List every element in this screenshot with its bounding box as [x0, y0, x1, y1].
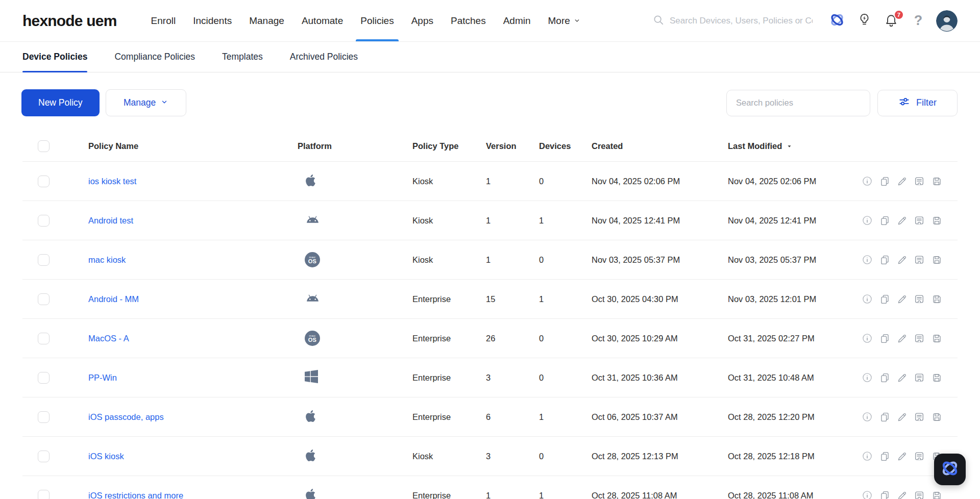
policy-name-link[interactable]: mac kiosk [88, 255, 126, 264]
duplicate-icon[interactable] [879, 333, 890, 344]
new-policy-button[interactable]: New Policy [21, 89, 100, 116]
manage-targets-icon[interactable] [914, 411, 925, 422]
policy-name-link[interactable]: iOS restrictions and more [88, 491, 183, 499]
column-header-policy-name[interactable]: Policy Name [88, 141, 298, 151]
save-icon[interactable] [931, 372, 942, 383]
row-checkbox[interactable] [38, 254, 50, 266]
edit-pencil-icon[interactable] [896, 293, 908, 305]
duplicate-icon[interactable] [879, 411, 890, 422]
platform-cell: macOS [298, 292, 412, 307]
column-header-devices[interactable]: Devices [539, 141, 592, 151]
save-icon[interactable] [931, 411, 942, 422]
row-checkbox[interactable] [38, 176, 50, 187]
top-navigation-bar: hexnode uem Enroll Incidents Manage Auto… [0, 0, 980, 42]
nav-item-admin[interactable]: Admin [495, 0, 540, 41]
tab-compliance-policies[interactable]: Compliance Policies [114, 42, 195, 72]
nav-item-manage[interactable]: Manage [240, 0, 293, 41]
manage-targets-icon[interactable] [914, 372, 925, 383]
duplicate-icon[interactable] [879, 293, 890, 305]
policy-search-box[interactable] [726, 90, 870, 116]
manage-targets-icon[interactable] [914, 293, 925, 305]
manage-dropdown-button[interactable]: Manage [106, 89, 186, 116]
row-checkbox[interactable] [38, 333, 50, 344]
manage-targets-icon[interactable] [914, 215, 925, 226]
notifications-button[interactable]: 7 [882, 12, 900, 30]
row-checkbox[interactable] [38, 215, 50, 227]
global-search-input[interactable] [670, 16, 813, 26]
tips-button[interactable] [855, 12, 873, 30]
info-icon[interactable] [862, 333, 873, 344]
column-header-platform[interactable]: Platform [298, 141, 412, 151]
info-icon[interactable] [862, 176, 873, 187]
nav-item-policies[interactable]: Policies [352, 0, 402, 41]
duplicate-icon[interactable] [879, 176, 890, 187]
policy-name-link[interactable]: MacOS - A [88, 334, 129, 343]
tab-templates[interactable]: Templates [222, 42, 263, 72]
save-icon[interactable] [931, 490, 942, 499]
info-icon[interactable] [862, 411, 873, 422]
edit-pencil-icon[interactable] [896, 333, 908, 344]
hexnode-genie-button[interactable] [828, 12, 846, 30]
edit-pencil-icon[interactable] [896, 372, 908, 383]
manage-targets-icon[interactable] [914, 490, 925, 499]
edit-pencil-icon[interactable] [896, 490, 908, 499]
edit-pencil-icon[interactable] [896, 215, 908, 226]
duplicate-icon[interactable] [879, 372, 890, 383]
row-checkbox[interactable] [38, 372, 50, 384]
save-icon[interactable] [931, 293, 942, 305]
hexnode-genie-chat-launcher[interactable] [934, 454, 966, 485]
manage-targets-icon[interactable] [914, 254, 925, 265]
info-icon[interactable] [862, 451, 873, 462]
duplicate-icon[interactable] [879, 451, 890, 462]
policy-name-link[interactable]: ios kiosk test [88, 177, 136, 186]
nav-item-automate[interactable]: Automate [293, 0, 352, 41]
modified-cell: Nov 04, 2025 02:06 PM [728, 177, 850, 186]
tab-archived-policies[interactable]: Archived Policies [290, 42, 358, 72]
row-checkbox[interactable] [38, 451, 50, 462]
policy-name-link[interactable]: Android test [88, 216, 133, 225]
user-avatar[interactable] [936, 10, 958, 32]
save-icon[interactable] [931, 215, 942, 226]
duplicate-icon[interactable] [879, 254, 890, 265]
save-icon[interactable] [931, 333, 942, 344]
save-icon[interactable] [931, 176, 942, 187]
policy-name-link[interactable]: iOS passcode, apps [88, 412, 164, 421]
manage-targets-icon[interactable] [914, 333, 925, 344]
info-icon[interactable] [862, 254, 873, 265]
global-search[interactable] [653, 14, 819, 28]
column-header-created[interactable]: Created [592, 141, 728, 151]
manage-targets-icon[interactable] [914, 451, 925, 462]
nav-item-enroll[interactable]: Enroll [142, 0, 185, 41]
nav-item-more[interactable]: More [540, 0, 589, 41]
help-button[interactable]: ? [909, 12, 927, 30]
select-all-checkbox[interactable] [38, 140, 50, 152]
edit-pencil-icon[interactable] [896, 411, 908, 422]
edit-pencil-icon[interactable] [896, 451, 908, 462]
nav-item-apps[interactable]: Apps [403, 0, 442, 41]
table-row: iOS restrictions and more macOS Enterpri… [22, 476, 958, 499]
policy-search-input[interactable] [736, 98, 861, 108]
row-checkbox[interactable] [38, 490, 50, 499]
duplicate-icon[interactable] [879, 215, 890, 226]
nav-item-patches[interactable]: Patches [442, 0, 495, 41]
row-checkbox[interactable] [38, 411, 50, 423]
column-header-last-modified[interactable]: Last Modified [728, 141, 850, 151]
edit-pencil-icon[interactable] [896, 176, 908, 187]
duplicate-icon[interactable] [879, 490, 890, 499]
manage-targets-icon[interactable] [914, 176, 925, 187]
policy-name-link[interactable]: Android - MM [88, 294, 139, 304]
nav-item-incidents[interactable]: Incidents [184, 0, 240, 41]
policy-name-link[interactable]: iOS kiosk [88, 452, 124, 461]
edit-pencil-icon[interactable] [896, 254, 908, 265]
info-icon[interactable] [862, 372, 873, 383]
column-header-policy-type[interactable]: Policy Type [412, 141, 486, 151]
info-icon[interactable] [862, 293, 873, 305]
row-checkbox[interactable] [38, 293, 50, 305]
policy-name-link[interactable]: PP-Win [88, 373, 117, 382]
save-icon[interactable] [931, 254, 942, 265]
column-header-version[interactable]: Version [486, 141, 539, 151]
info-icon[interactable] [862, 490, 873, 499]
filter-button[interactable]: Filter [877, 90, 958, 116]
info-icon[interactable] [862, 215, 873, 226]
tab-device-policies[interactable]: Device Policies [22, 42, 87, 72]
